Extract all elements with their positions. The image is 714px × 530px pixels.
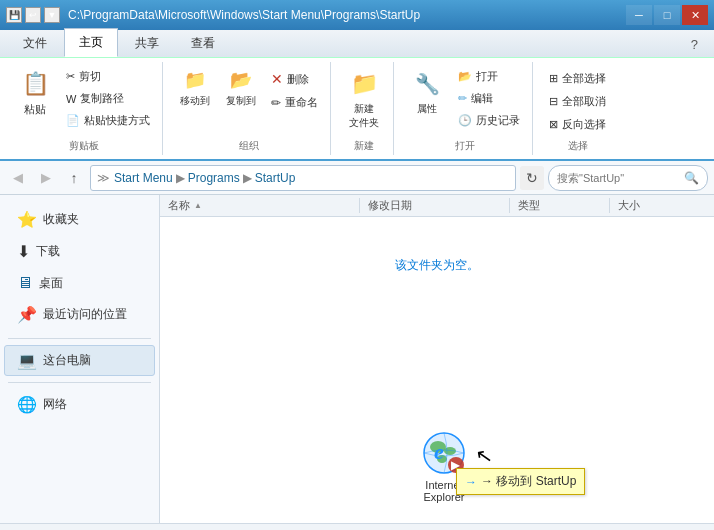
copy-path-icon: W [66,93,76,105]
column-size[interactable]: 大小 [610,198,714,213]
sidebar-item-recent[interactable]: 📌 最近访问的位置 [4,299,155,330]
clipboard-group: 📋 粘贴 ✂ 剪切 W 复制路径 📄 粘贴快捷方式 剪贴板 [6,62,163,155]
move-to-button[interactable]: 📁 移动到 [173,64,217,112]
up-button[interactable]: ↑ [62,166,86,190]
title-bar-quick-access[interactable]: 💾 ↩ ▼ [6,7,60,23]
search-input[interactable] [557,172,680,184]
invert-icon: ⊠ [549,118,558,131]
sidebar-item-downloads[interactable]: ⬇ 下载 [4,236,155,267]
search-icon[interactable]: 🔍 [684,171,699,185]
copy-path-button[interactable]: W 复制路径 [60,88,156,109]
breadcrumb-start-menu[interactable]: Start Menu [114,171,173,185]
clipboard-small-buttons: ✂ 剪切 W 复制路径 📄 粘贴快捷方式 [60,64,156,135]
open-icon: 📂 [458,70,472,83]
network-icon: 🌐 [17,395,37,414]
downloads-icon: ⬇ [17,242,30,261]
copy-to-button[interactable]: 📂 复制到 [219,64,263,112]
sidebar-item-favorites[interactable]: ⭐ 收藏夹 [4,204,155,235]
breadcrumb-start: ≫ [97,171,110,185]
invert-selection-button[interactable]: ⊠ 反向选择 [543,114,612,135]
select-none-icon: ⊟ [549,95,558,108]
paste-button[interactable]: 📋 粘贴 [12,64,58,135]
desktop-icon: 🖥 [17,274,33,292]
select-all-button[interactable]: ⊞ 全部选择 [543,68,612,89]
delete-button[interactable]: ✕ 删除 [265,68,324,90]
drag-tooltip: → → 移动到 StartUp [456,468,585,495]
edit-button[interactable]: ✏ 编辑 [452,88,526,109]
column-name[interactable]: 名称 ▲ [160,198,360,213]
open-button[interactable]: 📂 打开 [452,66,526,87]
window-title: C:\ProgramData\Microsoft\Windows\Start M… [68,8,626,22]
help-icon[interactable]: ? [683,32,706,57]
column-headers: 名称 ▲ 修改日期 类型 大小 [160,195,714,217]
new-group: 📁 新建 文件夹 新建 [335,62,394,155]
drag-cursor: ↖ [474,443,495,470]
breadcrumb-startup[interactable]: StartUp [255,171,296,185]
empty-folder-message: 该文件夹为空。 [395,257,479,274]
column-type[interactable]: 类型 [510,198,610,213]
tooltip-arrow: → [465,475,477,489]
minimize-button[interactable]: ─ [626,5,652,25]
tooltip-text: → 移动到 StartUp [481,473,576,490]
organize-group: 📁 移动到 📂 复制到 ✕ 删除 ✏ 重命名 [167,62,331,155]
navigation-bar: ◀ ▶ ↑ ≫ Start Menu ▶ Programs ▶ StartUp … [0,161,714,195]
ribbon-panel: 📋 粘贴 ✂ 剪切 W 复制路径 📄 粘贴快捷方式 剪贴板 [0,58,714,161]
open-label: 打开 [455,135,475,153]
paste-shortcut-icon: 📄 [66,114,80,127]
this-pc-icon: 💻 [17,351,37,370]
organize-buttons: 📁 移动到 📂 复制到 ✕ 删除 ✏ 重命名 [173,64,324,135]
breadcrumb-programs[interactable]: Programs [188,171,240,185]
quick-save-icon[interactable]: 💾 [6,7,22,23]
svg-text:e: e [434,439,444,464]
recent-icon: 📌 [17,305,37,324]
tab-file[interactable]: 文件 [8,29,62,57]
edit-icon: ✏ [458,92,467,105]
forward-button[interactable]: ▶ [34,166,58,190]
refresh-button[interactable]: ↻ [520,166,544,190]
properties-icon: 🔧 [411,68,443,100]
sort-arrow: ▲ [194,201,202,210]
search-box[interactable]: 🔍 [548,165,708,191]
ribbon-tabs: 文件 主页 共享 查看 ? [0,30,714,58]
quick-undo-icon[interactable]: ↩ [25,7,41,23]
tab-view[interactable]: 查看 [176,29,230,57]
new-folder-button[interactable]: 📁 新建 文件夹 [341,64,387,134]
rename-icon: ✏ [271,96,281,110]
clipboard-buttons: 📋 粘贴 ✂ 剪切 W 复制路径 📄 粘贴快捷方式 [12,64,156,135]
sidebar-item-desktop[interactable]: 🖥 桌面 [4,268,155,298]
quick-customize-icon[interactable]: ▼ [44,7,60,23]
sidebar-item-network[interactable]: 🌐 网络 [4,389,155,420]
maximize-button[interactable]: □ [654,5,680,25]
cut-button[interactable]: ✂ 剪切 [60,66,156,87]
cut-icon: ✂ [66,70,75,83]
select-all-icon: ⊞ [549,72,558,85]
tab-share[interactable]: 共享 [120,29,174,57]
address-bar[interactable]: ≫ Start Menu ▶ Programs ▶ StartUp [90,165,516,191]
properties-button[interactable]: 🔧 属性 [404,64,450,120]
title-bar: 💾 ↩ ▼ C:\ProgramData\Microsoft\Windows\S… [0,0,714,30]
select-label: 选择 [568,135,588,153]
sidebar-item-this-pc[interactable]: 💻 这台电脑 [4,345,155,376]
rename-button[interactable]: ✏ 重命名 [265,92,324,113]
favorites-section: ⭐ 收藏夹 ⬇ 下载 🖥 桌面 📌 最近访问的位置 [0,204,159,330]
favorites-icon: ⭐ [17,210,37,229]
history-button[interactable]: 🕒 历史记录 [452,110,526,131]
paste-shortcut-button[interactable]: 📄 粘贴快捷方式 [60,110,156,131]
paste-icon: 📋 [19,68,51,100]
close-button[interactable]: ✕ [682,5,708,25]
sidebar-divider-2 [8,382,151,383]
breadcrumb-arrow-2: ▶ [243,171,252,185]
new-folder-icon: 📁 [348,68,380,100]
clipboard-label: 剪贴板 [69,135,99,153]
back-button[interactable]: ◀ [6,166,30,190]
history-icon: 🕒 [458,114,472,127]
select-none-button[interactable]: ⊟ 全部取消 [543,91,612,112]
main-area: ⭐ 收藏夹 ⬇ 下载 🖥 桌面 📌 最近访问的位置 💻 这台电脑 🌐 网络 [0,195,714,523]
window-controls[interactable]: ─ □ ✕ [626,5,708,25]
content-panel: 名称 ▲ 修改日期 类型 大小 该文件夹为空。 [160,195,714,523]
content-body: 该文件夹为空。 e [160,217,714,523]
sidebar: ⭐ 收藏夹 ⬇ 下载 🖥 桌面 📌 最近访问的位置 💻 这台电脑 🌐 网络 [0,195,160,523]
breadcrumb-arrow-1: ▶ [176,171,185,185]
column-date[interactable]: 修改日期 [360,198,510,213]
tab-home[interactable]: 主页 [64,28,118,57]
